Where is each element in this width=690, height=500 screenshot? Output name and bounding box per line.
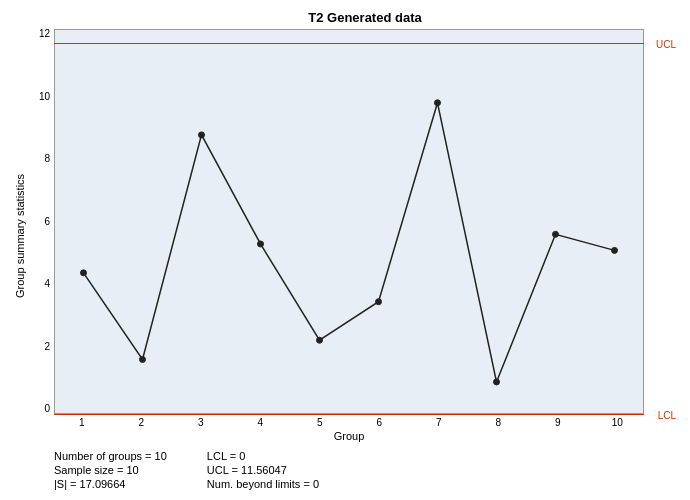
x-ticks: 12345678910 xyxy=(52,417,647,428)
data-point xyxy=(612,247,618,253)
y-axis-label: Group summary statistics xyxy=(10,29,30,442)
data-point xyxy=(199,132,205,138)
y-tick: 6 xyxy=(44,217,50,227)
stat-item: Number of groups = 10 xyxy=(54,450,167,462)
x-tick: 6 xyxy=(350,417,410,428)
data-point xyxy=(81,270,87,276)
stats-left: Number of groups = 10Sample size = 10|S|… xyxy=(54,450,167,490)
x-tick: 5 xyxy=(290,417,350,428)
data-point xyxy=(140,356,146,362)
y-tick: 10 xyxy=(39,92,50,102)
stats-area: Number of groups = 10Sample size = 10|S|… xyxy=(10,442,680,490)
chart-svg xyxy=(54,29,644,414)
stat-item: Sample size = 10 xyxy=(54,464,167,476)
chart-area: Group summary statistics 121086420 UCL L… xyxy=(10,29,680,442)
y-ticks: 121086420 xyxy=(30,29,54,414)
data-point xyxy=(258,241,264,247)
data-point xyxy=(317,337,323,343)
data-point xyxy=(435,100,441,106)
stats-right: LCL = 0UCL = 11.56047Num. beyond limits … xyxy=(207,450,319,490)
stat-item: LCL = 0 xyxy=(207,450,319,462)
y-tick: 12 xyxy=(39,29,50,39)
x-tick: 3 xyxy=(171,417,231,428)
x-tick: 10 xyxy=(588,417,648,428)
main-container: T2 Generated data Group summary statisti… xyxy=(0,0,690,500)
stat-item: |S| = 17.09664 xyxy=(54,478,167,490)
y-tick: 8 xyxy=(44,154,50,164)
data-point xyxy=(376,299,382,305)
stat-item: Num. beyond limits = 0 xyxy=(207,478,319,490)
y-tick: 0 xyxy=(44,404,50,414)
x-tick: 1 xyxy=(52,417,112,428)
chart-inner: 121086420 UCL LCL xyxy=(30,29,680,414)
y-tick: 2 xyxy=(44,342,50,352)
stat-item: UCL = 11.56047 xyxy=(207,464,319,476)
data-point xyxy=(553,231,559,237)
x-tick: 7 xyxy=(409,417,469,428)
right-labels xyxy=(644,29,680,414)
chart-title: T2 Generated data xyxy=(50,10,680,25)
y-tick: 4 xyxy=(44,279,50,289)
data-point xyxy=(494,379,500,385)
x-tick: 8 xyxy=(469,417,529,428)
plot-area: UCL LCL xyxy=(54,29,644,414)
chart-with-axes: 121086420 UCL LCL 12345678910 xyxy=(30,29,680,442)
x-tick: 9 xyxy=(528,417,588,428)
lcl-line: LCL xyxy=(54,414,644,415)
x-tick: 2 xyxy=(111,417,171,428)
line-chart xyxy=(84,103,615,382)
x-axis-label: Group xyxy=(54,430,644,442)
x-tick: 4 xyxy=(231,417,291,428)
